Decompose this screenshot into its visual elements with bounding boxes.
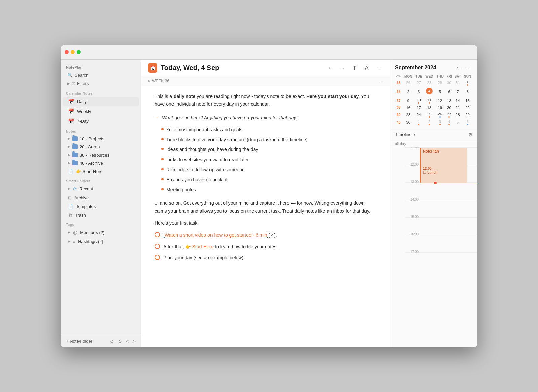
- bullet-text: Meeting notes: [166, 186, 196, 194]
- hashtags-icon: #: [73, 239, 75, 244]
- cw-38[interactable]: 38: [395, 105, 402, 111]
- calendar-week-35: 35 26 27 28 29 30 31 1: [395, 79, 473, 87]
- maximize-button[interactable]: [77, 50, 81, 54]
- cal-day[interactable]: 15: [462, 97, 473, 105]
- calendar-week-38: 38 16 17 18 19 20 21 22: [395, 105, 473, 111]
- lunch-event[interactable]: 12:00 ☐ Lunch: [420, 165, 467, 183]
- cal-day[interactable]: 1: [462, 79, 473, 87]
- sidebar-item-30-resources[interactable]: ▶ 30 - Resources: [63, 151, 139, 159]
- bullet-dot: [161, 128, 164, 130]
- task-item-2: After that, 👉 Start Here to learn how to…: [155, 243, 377, 251]
- close-button[interactable]: [65, 50, 69, 54]
- cal-day[interactable]: 3: [435, 119, 445, 126]
- undo-button[interactable]: ↺: [109, 338, 115, 345]
- cal-day[interactable]: 2: [402, 87, 414, 97]
- start-here-link[interactable]: Start Here: [192, 244, 214, 249]
- more-options-button[interactable]: ···: [374, 63, 383, 73]
- cal-day[interactable]: 20: [445, 105, 453, 111]
- sidebar-item-start-here[interactable]: 📄 👉 Start Here: [63, 167, 139, 176]
- font-button[interactable]: A: [362, 63, 371, 73]
- cw-35[interactable]: 35: [395, 79, 402, 87]
- cal-day[interactable]: 30: [445, 79, 453, 87]
- sidebar-item-weekly[interactable]: 📅 Weekly: [63, 107, 139, 116]
- bullet-dot: [161, 158, 164, 160]
- sidebar-item-hashtags[interactable]: ▶ # Hashtags (2): [63, 237, 139, 246]
- sidebar-item-10-projects[interactable]: ▶ 10 - Projects: [63, 135, 139, 143]
- cal-day[interactable]: 6: [462, 119, 473, 126]
- cal-day[interactable]: 5: [453, 119, 462, 126]
- sidebar-item-recent[interactable]: ▶ ⟳ Recent: [63, 185, 139, 193]
- cal-day[interactable]: 24: [414, 111, 424, 119]
- sidebar-item-trash[interactable]: 🗑 Trash: [63, 211, 139, 219]
- forward-button[interactable]: >: [131, 338, 137, 345]
- sidebar-search[interactable]: 🔍 Search: [63, 71, 138, 79]
- cw-36[interactable]: 36: [395, 87, 402, 97]
- time-grid: 11:00 NotePlan 12:00 12:00: [390, 147, 477, 270]
- week-forward-button[interactable]: →: [379, 78, 383, 84]
- cal-day[interactable]: 2: [424, 119, 435, 126]
- sidebar-item-archive[interactable]: ⊞ Archive: [63, 193, 139, 202]
- cal-day[interactable]: 26: [402, 79, 414, 87]
- cal-day[interactable]: 11: [424, 97, 435, 105]
- sidebar-filters[interactable]: ▶ ⧖ Filters: [63, 80, 138, 88]
- cw-37[interactable]: 37: [395, 97, 402, 105]
- cal-day[interactable]: 30: [402, 119, 414, 126]
- cal-day[interactable]: 29: [435, 79, 445, 87]
- cal-day[interactable]: 18: [424, 105, 435, 111]
- add-note-button[interactable]: + Note/Folder: [65, 338, 94, 344]
- cal-day[interactable]: 25: [424, 111, 435, 119]
- cw-40[interactable]: 40: [395, 119, 402, 126]
- cw-39[interactable]: 39: [395, 111, 402, 119]
- cal-day[interactable]: 7: [453, 87, 462, 97]
- cal-prev-button[interactable]: ←: [454, 64, 463, 71]
- cal-next-button[interactable]: →: [463, 64, 473, 71]
- task1-text: [Watch a short video on how to get start…: [163, 231, 277, 239]
- cal-day[interactable]: 23: [402, 111, 414, 119]
- sidebar-item-daily[interactable]: 📅 Daily: [63, 97, 139, 106]
- cal-day[interactable]: 17: [414, 105, 424, 111]
- cal-day[interactable]: 27: [414, 79, 424, 87]
- cal-day[interactable]: 4: [445, 119, 453, 126]
- cal-day[interactable]: 9: [402, 97, 414, 105]
- sidebar-item-20-areas[interactable]: ▶ 20 - Areas: [63, 143, 139, 151]
- editor-body[interactable]: This is a daily note you are reading rig…: [141, 86, 390, 347]
- cal-day[interactable]: 27: [445, 111, 453, 119]
- cal-day[interactable]: 19: [435, 105, 445, 111]
- cal-day[interactable]: 14: [453, 97, 462, 105]
- cal-day[interactable]: 10: [414, 97, 424, 105]
- back-button[interactable]: <: [125, 338, 130, 345]
- cal-day[interactable]: 28: [424, 79, 435, 87]
- cal-day[interactable]: 16: [402, 105, 414, 111]
- wed-header: WED: [424, 74, 435, 79]
- cal-day[interactable]: 31: [453, 79, 462, 87]
- bullet-dot: [161, 188, 164, 190]
- sidebar-item-templates[interactable]: 📄 Templates: [63, 202, 139, 211]
- bullet-dot: [161, 148, 164, 150]
- minimize-button[interactable]: [71, 50, 75, 54]
- cal-day[interactable]: 13: [445, 97, 453, 105]
- cal-day[interactable]: 29: [462, 111, 473, 119]
- cal-day[interactable]: 1: [414, 119, 424, 126]
- gear-icon[interactable]: ⚙: [468, 132, 473, 137]
- back-nav-button[interactable]: ←: [325, 63, 335, 73]
- cal-day[interactable]: 28: [453, 111, 462, 119]
- cal-day[interactable]: 12: [435, 97, 445, 105]
- redo-button[interactable]: ↻: [117, 338, 123, 345]
- chevron-icon: ▶: [68, 239, 70, 243]
- cal-day[interactable]: 8: [462, 87, 473, 97]
- cal-day-today[interactable]: 4: [424, 87, 435, 97]
- cal-day[interactable]: 6: [445, 87, 453, 97]
- intro-middle: you are reading right now - today's note…: [195, 94, 306, 99]
- cal-day[interactable]: 5: [435, 87, 445, 97]
- share-button[interactable]: ⬆: [350, 63, 359, 73]
- sidebar-item-7day[interactable]: 📅 7-Day: [63, 117, 139, 126]
- cal-day[interactable]: 26: [435, 111, 445, 119]
- cal-day[interactable]: 3: [414, 87, 424, 97]
- cal-day[interactable]: 21: [453, 105, 462, 111]
- sidebar-item-mentions[interactable]: ▶ @ Mentions (2): [63, 228, 139, 237]
- task1-link[interactable]: Watch a short video on how to get starte…: [165, 232, 267, 238]
- timeline-body[interactable]: 11:00 NotePlan 12:00 12:00: [390, 147, 477, 347]
- forward-nav-button[interactable]: →: [338, 63, 347, 73]
- cal-day[interactable]: 22: [462, 105, 473, 111]
- sidebar-item-40-archive[interactable]: ▶ 40 - Archive: [63, 159, 139, 167]
